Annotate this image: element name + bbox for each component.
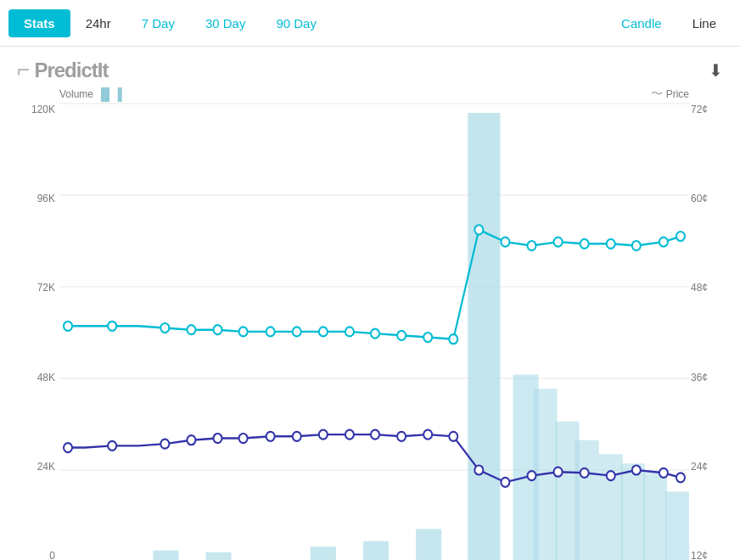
download-button[interactable]: ⬇ xyxy=(709,60,723,81)
svg-rect-19 xyxy=(665,491,689,560)
svg-point-39 xyxy=(607,239,615,249)
svg-rect-15 xyxy=(575,440,599,560)
svg-point-59 xyxy=(527,471,535,480)
svg-point-62 xyxy=(607,471,615,480)
y-right-60c: 60¢ xyxy=(691,193,733,204)
tab-stats[interactable]: Stats xyxy=(8,9,70,37)
svg-point-63 xyxy=(632,465,641,474)
svg-point-24 xyxy=(213,325,221,334)
volume-bars-icon: ▐▌▐ xyxy=(97,87,122,101)
svg-rect-6 xyxy=(153,551,178,560)
svg-point-37 xyxy=(554,238,563,247)
svg-point-28 xyxy=(319,327,328,336)
svg-point-35 xyxy=(501,238,509,247)
svg-point-29 xyxy=(345,327,354,336)
chart-svg xyxy=(59,104,689,560)
tab-24hr[interactable]: 24hr xyxy=(70,9,126,37)
svg-point-33 xyxy=(449,334,457,344)
y-left-120k: 120K xyxy=(13,104,55,115)
tab-candle[interactable]: Candle xyxy=(606,9,677,37)
svg-point-43 xyxy=(64,443,72,452)
svg-point-32 xyxy=(423,333,432,342)
svg-point-31 xyxy=(397,331,406,340)
logo-area: ⌐ PredictIt ⬇ xyxy=(0,47,740,87)
svg-rect-8 xyxy=(311,546,336,560)
svg-point-48 xyxy=(239,434,248,443)
tab-30day[interactable]: 30 Day xyxy=(190,9,261,37)
svg-point-21 xyxy=(108,322,116,331)
svg-point-56 xyxy=(449,432,457,441)
svg-point-60 xyxy=(554,468,563,477)
svg-rect-7 xyxy=(205,552,231,560)
svg-point-38 xyxy=(580,239,589,249)
volume-label: Volume ▐▌▐ xyxy=(59,87,122,102)
svg-point-23 xyxy=(187,325,195,334)
y-left-96k: 96K xyxy=(13,193,55,204)
logo-text: PredictIt xyxy=(34,59,108,81)
y-right-12c: 12¢ xyxy=(691,550,733,560)
svg-point-49 xyxy=(266,432,275,441)
svg-point-42 xyxy=(676,232,685,241)
svg-point-46 xyxy=(187,435,195,445)
svg-point-25 xyxy=(239,327,248,336)
tab-line[interactable]: Line xyxy=(677,9,732,37)
price-line-icon: 〜 xyxy=(651,87,663,102)
y-right-72c: 72¢ xyxy=(691,104,733,115)
svg-point-45 xyxy=(160,440,169,449)
header: Stats 24hr 7 Day 30 Day 90 Day Candle Li… xyxy=(0,0,740,47)
y-left-24k: 24K xyxy=(13,461,55,473)
svg-rect-16 xyxy=(599,454,623,560)
svg-point-30 xyxy=(371,329,379,339)
svg-point-64 xyxy=(659,468,668,478)
svg-point-44 xyxy=(108,441,116,451)
y-axis-left: 120K 96K 72K 48K 24K 0 xyxy=(13,104,55,560)
svg-rect-10 xyxy=(416,529,441,560)
svg-point-61 xyxy=(580,468,589,478)
logo-bracket-left: ⌐ xyxy=(17,57,29,82)
svg-point-53 xyxy=(371,430,379,440)
svg-point-27 xyxy=(293,327,301,336)
svg-rect-17 xyxy=(621,463,645,560)
svg-rect-18 xyxy=(643,473,667,560)
tab-7day[interactable]: 7 Day xyxy=(126,9,190,37)
svg-point-36 xyxy=(527,241,535,250)
svg-point-22 xyxy=(160,323,169,333)
predictit-logo: ⌐ PredictIt xyxy=(17,57,108,83)
tab-90day[interactable]: 90 Day xyxy=(261,9,332,37)
y-left-48k: 48K xyxy=(13,372,55,384)
svg-rect-9 xyxy=(363,541,389,560)
svg-point-57 xyxy=(474,465,483,474)
svg-point-54 xyxy=(397,432,406,441)
svg-rect-11 xyxy=(468,113,500,560)
svg-point-47 xyxy=(213,434,221,443)
svg-point-20 xyxy=(64,322,72,331)
svg-point-52 xyxy=(345,430,354,440)
price-label: 〜 Price xyxy=(651,87,689,102)
svg-point-65 xyxy=(676,473,685,482)
svg-point-51 xyxy=(319,430,328,440)
svg-point-58 xyxy=(501,478,509,487)
svg-point-34 xyxy=(474,225,483,234)
y-right-24c: 24¢ xyxy=(691,461,733,473)
svg-point-50 xyxy=(293,432,301,441)
chart-container: 120K 96K 72K 48K 24K 0 72¢ 60¢ 48¢ 36¢ 2… xyxy=(0,104,740,560)
y-axis-right: 72¢ 60¢ 48¢ 36¢ 24¢ 12¢ xyxy=(691,104,733,560)
svg-point-40 xyxy=(632,241,641,250)
svg-point-55 xyxy=(423,430,432,440)
chart-inner: 120K 96K 72K 48K 24K 0 72¢ 60¢ 48¢ 36¢ 2… xyxy=(59,104,689,560)
y-left-72k: 72K xyxy=(13,282,55,294)
y-right-48c: 48¢ xyxy=(691,282,733,294)
svg-point-41 xyxy=(659,238,668,247)
y-left-0: 0 xyxy=(13,550,55,560)
svg-point-26 xyxy=(266,327,275,336)
y-right-36c: 36¢ xyxy=(691,372,733,384)
